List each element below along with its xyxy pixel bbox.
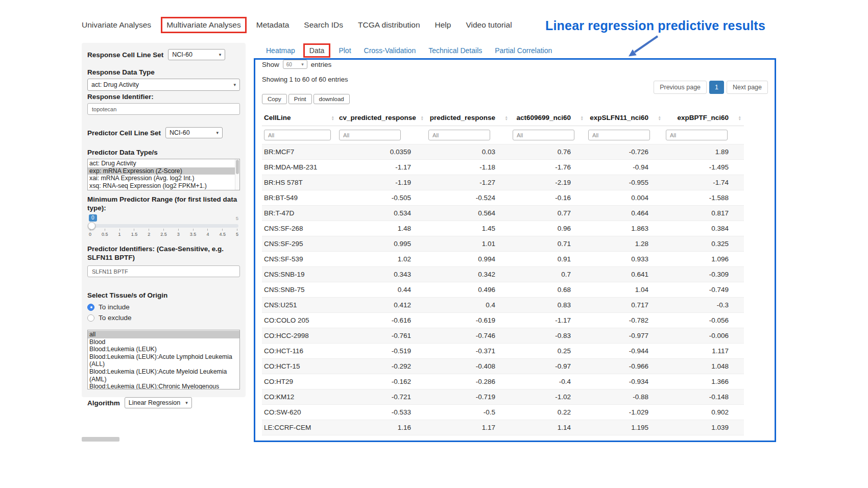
table-row-co-km12[interactable]: CO:KM12-0.721-0.719-1.02-0.88-0.148	[262, 389, 744, 405]
copy-button[interactable]: Copy	[262, 94, 287, 104]
column-header-cellline[interactable]: CellLine▲▼	[262, 110, 337, 126]
previous-page-button[interactable]: Previous page	[654, 81, 707, 94]
value-cell: -0.721	[337, 389, 426, 405]
filter-input-cv-predicted-response[interactable]	[339, 130, 401, 140]
tissue-option-blood-leukemia-leuk-acute-myeloid-leukem[interactable]: Blood:Leukemia (LEUK):Acute Myeloid Leuk…	[88, 368, 239, 383]
filter-input-act609699-nci60[interactable]	[513, 130, 574, 140]
tissue-option-blood-leukemia-leuk-acute-lymphoid-leuke[interactable]: Blood:Leukemia (LEUK):Acute Lymphoid Leu…	[88, 353, 239, 368]
response-cell-line-set-select[interactable]: NCI-60	[168, 49, 225, 60]
page-number-button[interactable]: 1	[709, 81, 724, 94]
filter-input-expslfn11-nci60[interactable]	[588, 130, 650, 140]
table-row-br-mda-mb-231[interactable]: BR:MDA-MB-231-1.17-1.18-1.76-0.94-1.495	[262, 160, 744, 175]
sort-icon[interactable]: ▲▼	[331, 115, 334, 120]
predictor-data-type-option-xai-mrna-expression-avg-log2-int[interactable]: xai: mRNA Expression (Avg. log2 Int.)	[88, 175, 239, 182]
nav-item-search-ids[interactable]: Search IDs	[299, 17, 348, 33]
predictor-data-type-option-act-drug-activity[interactable]: act: Drug Activity	[88, 160, 239, 167]
sort-icon[interactable]: ▲▼	[738, 115, 741, 120]
value-cell: -0.148	[664, 389, 744, 405]
filter-input-predicted-response[interactable]	[428, 130, 490, 140]
tissue-option-blood[interactable]: Blood	[88, 338, 239, 346]
predictor-data-type-option-exp-mrna-expression-z-score[interactable]: exp: mRNA Expression (Z-Score)	[88, 167, 239, 175]
tab-technical-details[interactable]: Technical Details	[424, 43, 487, 58]
filter-input-expbptf-nci60[interactable]	[666, 130, 728, 140]
tab-cross-validation[interactable]: Cross-Validation	[359, 43, 421, 58]
nav-item-video-tutorial[interactable]: Video tutorial	[461, 17, 517, 33]
column-header-act609699-nci60[interactable]: act609699_nci60▲▼	[511, 110, 586, 126]
column-header-expslfn11-nci60[interactable]: expSLFN11_nci60▲▼	[586, 110, 664, 126]
cell-line-cell: CO:COLO 205	[262, 313, 337, 328]
predictor-cell-line-set-select[interactable]: NCI-60	[165, 127, 223, 138]
sort-icon[interactable]: ▲▼	[505, 115, 508, 120]
value-cell: 1.14	[511, 420, 586, 435]
scrollbar[interactable]	[235, 159, 239, 190]
predictor-cell-line-set-label: Predictor Cell Line Set	[87, 129, 161, 137]
print-button[interactable]: Print	[288, 94, 312, 104]
tissue-listbox[interactable]: allBloodBlood:Leukemia (LEUK)Blood:Leuke…	[87, 330, 240, 389]
sort-icon[interactable]: ▲▼	[421, 115, 424, 120]
entries-count-select[interactable]: 60	[283, 60, 307, 69]
tissue-option-blood-leukemia-leuk-chronic-myelogenous-[interactable]: Blood:Leukemia (LEUK):Chronic Myelogenou…	[88, 383, 239, 389]
nav-item-multivariate-analyses[interactable]: Multivariate Analyses	[161, 17, 247, 33]
table-row-co-colo-205[interactable]: CO:COLO 205-0.616-0.619-1.17-0.782-0.056	[262, 313, 744, 328]
tab-partial-correlation[interactable]: Partial Correlation	[490, 43, 557, 58]
predictor-identifiers-input[interactable]	[87, 265, 240, 277]
tab-data[interactable]: Data	[303, 43, 331, 58]
table-row-br-t-47d[interactable]: BR:T-47D0.5340.5640.770.4640.817	[262, 206, 744, 221]
response-cell-line-set-value: NCI-60	[172, 51, 192, 58]
min-predictor-range-slider[interactable]: 0 5 00.511.522.533.544.55	[89, 214, 238, 239]
entries-label: entries	[311, 61, 332, 68]
table-row-co-hcc-2998[interactable]: CO:HCC-2998-0.761-0.746-0.83-0.977-0.006	[262, 328, 744, 344]
column-header-cv-predicted-response[interactable]: cv_predicted_response▲▼	[337, 110, 426, 126]
sort-icon[interactable]: ▲▼	[581, 115, 584, 120]
response-data-type-select[interactable]: act: Drug Activity	[87, 79, 240, 91]
predictor-data-type-option-xsq-rna-seq-expression-log2-fpkm-1[interactable]: xsq: RNA-seq Expression (log2 FPKM+1.)	[88, 182, 239, 190]
table-row-br-bt-549[interactable]: BR:BT-549-0.505-0.524-0.160.004-1.588	[262, 190, 744, 206]
nav-item-univariate-analyses[interactable]: Univariate Analyses	[77, 17, 156, 33]
table-row-co-ht29[interactable]: CO:HT29-0.162-0.286-0.4-0.9341.366	[262, 374, 744, 389]
table-row-le-ccrf-cem[interactable]: LE:CCRF-CEM1.161.171.141.1951.039	[262, 420, 744, 435]
table-row-cns-snb-19[interactable]: CNS:SNB-190.3430.3420.70.641-0.309	[262, 267, 744, 282]
table-row-br-hs-578t[interactable]: BR:HS 578T-1.19-1.27-2.19-0.955-1.74	[262, 175, 744, 190]
cell-line-cell: CO:HCC-2998	[262, 328, 337, 344]
cell-line-cell: CO:SW-620	[262, 405, 337, 420]
cell-line-cell: CO:HCT-15	[262, 359, 337, 374]
value-cell: -1.27	[426, 175, 511, 190]
table-row-co-hct-15[interactable]: CO:HCT-15-0.292-0.408-0.97-0.9661.048	[262, 359, 744, 374]
table-row-cns-u251[interactable]: CNS:U2510.4120.40.830.717-0.3	[262, 298, 744, 313]
tissue-radio-to-include[interactable]: To include	[87, 302, 240, 312]
value-cell: -0.966	[586, 359, 664, 374]
next-page-button[interactable]: Next page	[727, 81, 768, 94]
table-row-co-sw-620[interactable]: CO:SW-620-0.533-0.50.22-1.0290.902	[262, 405, 744, 420]
nav-item-metadata[interactable]: Metadata	[251, 17, 295, 33]
cell-line-cell: CNS:SF-268	[262, 221, 337, 236]
tab-heatmap[interactable]: Heatmap	[261, 43, 300, 58]
table-row-br-mcf7[interactable]: BR:MCF70.03590.030.76-0.7261.89	[262, 144, 744, 160]
sort-icon[interactable]: ▲▼	[658, 115, 661, 120]
tab-plot[interactable]: Plot	[334, 43, 355, 58]
slider-track[interactable]	[89, 224, 238, 228]
table-row-cns-sf-268[interactable]: CNS:SF-2681.481.450.961.8630.384	[262, 221, 744, 236]
response-identifier-input[interactable]	[87, 103, 240, 115]
filter-input-cellline[interactable]	[264, 130, 331, 140]
table-row-cns-sf-295[interactable]: CNS:SF-2950.9951.010.711.280.325	[262, 236, 744, 252]
slider-tick: 4	[207, 229, 208, 237]
column-header-predicted-response[interactable]: predicted_response▲▼	[426, 110, 511, 126]
download-button[interactable]: download	[314, 94, 350, 104]
table-row-cns-sf-539[interactable]: CNS:SF-5391.020.9940.910.9331.096	[262, 252, 744, 267]
value-cell: -1.76	[511, 160, 586, 175]
column-header-label: CellLine	[264, 114, 291, 121]
tissue-radio-to-exclude[interactable]: To exclude	[87, 312, 240, 323]
column-header-expbptf-nci60[interactable]: expBPTF_nci60▲▼	[664, 110, 744, 126]
table-row-cns-snb-75[interactable]: CNS:SNB-750.440.4960.681.04-0.749	[262, 282, 744, 298]
tissue-option-blood-leukemia-leuk[interactable]: Blood:Leukemia (LEUK)	[88, 346, 239, 353]
slider-max-label: 5	[236, 215, 238, 221]
chevron-down-icon	[216, 130, 219, 135]
table-row-le-hl-60-tb[interactable]: LE:HL-60(TB)0.9510.9340.681.3070.031	[262, 435, 744, 443]
nav-item-help[interactable]: Help	[430, 17, 456, 33]
tissue-option-all[interactable]: all	[88, 331, 239, 338]
predictor-data-type-listbox[interactable]: act: Drug Activityexp: mRNA Expression (…	[87, 159, 240, 190]
table-row-co-hct-116[interactable]: CO:HCT-116-0.519-0.3710.25-0.9441.117	[262, 344, 744, 359]
nav-item-tcga-distribution[interactable]: TCGA distribution	[353, 17, 425, 33]
algorithm-select[interactable]: Linear Regression	[125, 397, 192, 408]
scrollbar-thumb[interactable]	[236, 160, 239, 174]
